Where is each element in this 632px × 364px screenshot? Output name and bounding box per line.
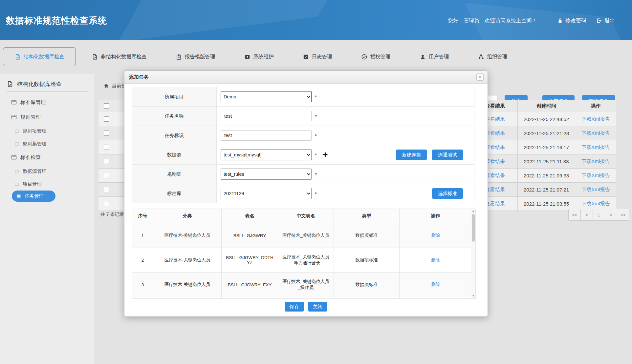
standard-table-row: BSLL_GJGWRY_FXY 医疗技术_人员情况_操 — [132, 297, 472, 299]
project-select[interactable]: Demo — [221, 91, 312, 102]
type-cell — [334, 297, 400, 299]
delete-link[interactable]: 删除 — [431, 282, 440, 287]
row-checkbox[interactable] — [104, 116, 109, 122]
nav-tab[interactable]: 组织管理 — [469, 48, 516, 66]
create-time-cell: 2022-11-25 22:48:52 — [518, 112, 575, 126]
panel-icon — [14, 169, 19, 174]
scroll-up-icon[interactable]: ▲ — [471, 209, 475, 213]
download-xml-link[interactable]: 下载Xml报告 — [582, 116, 610, 122]
plus-icon[interactable]: + — [323, 151, 328, 159]
required-mark: * — [315, 172, 317, 177]
sidebar-item[interactable]: 标准库管理 — [0, 95, 94, 110]
app-title: 数据标准规范性检查系统 — [6, 15, 107, 27]
standard-table-header-cell: 操作 — [400, 209, 472, 223]
save-button[interactable]: 保存 — [285, 302, 304, 312]
category-cell — [153, 297, 222, 299]
sidebar-item[interactable]: 任务管理 — [12, 191, 55, 202]
modal-title: 添加任务 — [129, 74, 149, 80]
nav-tab[interactable]: 报告模版管理 — [167, 48, 224, 66]
datasource-select[interactable]: test_mysql[mysql] — [221, 149, 312, 160]
type-cell: 数据项标准 — [334, 273, 400, 297]
scrollbar-thumb[interactable] — [472, 214, 475, 242]
nav-tab[interactable]: 用户管理 — [411, 48, 458, 66]
nav-tab[interactable]: 授权管理 — [353, 48, 399, 66]
check-circle-icon — [361, 54, 367, 60]
table-name-cell: BSLL_GJGWRY — [222, 223, 278, 248]
select-all-checkbox[interactable] — [104, 103, 109, 109]
row-checkbox[interactable] — [104, 173, 109, 178]
download-xml-link[interactable]: 下载Xml报告 — [582, 201, 610, 207]
sidebar-item[interactable]: 项目管理 — [0, 178, 94, 191]
view-result-link[interactable]: 查看结果 — [485, 144, 505, 151]
row-checkbox[interactable] — [104, 201, 109, 206]
doc-edit-icon — [14, 54, 21, 60]
sidebar-item[interactable]: 规则集管理 — [0, 137, 94, 150]
download-xml-link[interactable]: 下载Xml报告 — [582, 187, 610, 193]
pagination-button[interactable]: 1 — [593, 209, 605, 221]
nav-tab[interactable]: 结构化数据库检查 — [3, 47, 76, 66]
table-name-cell: BSLL_GJGWRY_FXY — [222, 297, 278, 299]
view-result-link[interactable]: 查看结果 — [485, 187, 505, 193]
change-password-button[interactable]: 修改密码 — [557, 17, 586, 24]
nav-tab[interactable]: 系统维护 — [236, 48, 282, 66]
create-time-cell: 2022-11-25 21:11:33 — [518, 154, 575, 168]
cn-name-cell: 医疗技术_关键岗位人员_导刀通行营长 — [278, 248, 334, 273]
form-row-project: 所属项目 Demo * — [132, 87, 474, 107]
org-icon — [478, 54, 484, 60]
table-scrollbar[interactable]: ▲ ▼ — [471, 209, 475, 298]
sidebar-divider — [7, 91, 88, 92]
row-checkbox[interactable] — [104, 145, 109, 150]
sidebar-item[interactable]: 规则项管理 — [0, 125, 94, 137]
task-code-input[interactable] — [221, 130, 312, 141]
pagination-button[interactable]: << — [568, 209, 581, 221]
sidebar-section-header: 结构化数据库检查 — [0, 78, 94, 90]
scroll-down-icon[interactable]: ▼ — [471, 294, 475, 298]
view-result-link[interactable]: 查看结果 — [485, 172, 505, 179]
breadcrumb: 当前位 — [103, 83, 126, 89]
sidebar-item[interactable]: 规则管理 — [0, 110, 94, 125]
form-row-task-name: 任务名称 * — [132, 107, 474, 126]
sidebar-item[interactable]: 标准检查 — [0, 150, 94, 165]
download-xml-link[interactable]: 下载Xml报告 — [582, 158, 610, 165]
task-name-input[interactable] — [221, 111, 312, 121]
download-xml-link[interactable]: 下载Xml报告 — [582, 130, 610, 136]
row-checkbox[interactable] — [104, 131, 109, 136]
view-result-link[interactable]: 查看结果 — [485, 116, 505, 122]
pagination-button[interactable]: > — [605, 209, 617, 221]
required-mark: * — [315, 133, 317, 138]
type-cell: 数据项标准 — [334, 248, 400, 273]
logout-button[interactable]: 退出 — [596, 17, 615, 24]
close-button[interactable]: 关闭 — [308, 302, 327, 312]
download-xml-link[interactable]: 下载Xml报告 — [582, 172, 610, 179]
standard-table-row: 3 医疗技术-关键岗位人员 BSLL_GJGWRY_FXY 医疗技术_关键岗位人… — [132, 273, 472, 297]
pagination-button[interactable]: < — [580, 209, 593, 221]
view-result-link[interactable]: 查看结果 — [485, 130, 505, 136]
delete-link[interactable]: 删除 — [431, 233, 440, 238]
view-result-link[interactable]: 查看结果 — [485, 158, 505, 165]
sidebar-menu: 标准库管理 规则管理 规则项管理 规则集管理 标准检查 数据源管理 项目管理 任… — [0, 95, 94, 202]
test-connection-button[interactable]: 连通测试 — [432, 150, 463, 160]
standard-table-header-cell: 分类 — [153, 209, 222, 223]
new-connection-button[interactable]: 新建连接 — [396, 150, 427, 160]
download-xml-link[interactable]: 下载Xml报告 — [582, 144, 610, 151]
header-divider — [547, 15, 547, 26]
row-checkbox[interactable] — [104, 187, 109, 192]
monitor-icon — [244, 54, 251, 60]
select-standard-button[interactable]: 选择标准 — [432, 188, 463, 199]
main-nav: 结构化数据库检查 非结构化数据库检查 报告模版管理 系统维护 日志管理 授权管理… — [0, 40, 632, 74]
logout-icon — [596, 18, 602, 24]
pagination: <<<1>>> — [568, 209, 629, 221]
delete-link[interactable]: 删除 — [431, 257, 440, 262]
doc-edit-icon — [92, 54, 98, 60]
ruleset-select[interactable]: test_rules — [221, 169, 312, 180]
pagination-button[interactable]: >> — [617, 209, 629, 221]
window-icon — [11, 114, 17, 120]
sidebar-item[interactable]: 数据源管理 — [0, 165, 94, 178]
standard-table-body: 1 医疗技术-关键岗位人员 BSLL_GJGWRY 医疗技术_关键岗位人员 数据… — [132, 223, 472, 299]
row-checkbox[interactable] — [104, 159, 109, 164]
nav-tab[interactable]: 非结构化数据库检查 — [83, 48, 155, 66]
standard-select[interactable]: 20211129 — [221, 188, 312, 199]
view-result-link[interactable]: 查看结果 — [485, 201, 505, 207]
close-icon[interactable]: × — [476, 73, 484, 81]
nav-tab[interactable]: 日志管理 — [294, 48, 341, 66]
